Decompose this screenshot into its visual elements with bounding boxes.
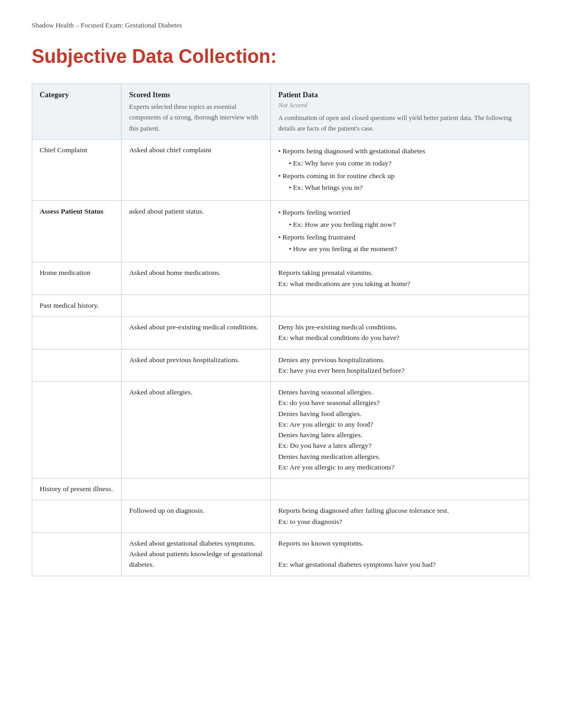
scored-cell: Asked about allergies. [121,382,270,478]
category-cell: History of present illness. [32,478,121,500]
table-row: Assess Patient Status asked about patien… [32,201,529,262]
category-cell: Assess Patient Status [32,201,121,262]
table-row: Asked about previous hospitalizations. D… [32,349,529,382]
patient-cell: Deny his pre-existing medical conditions… [270,317,529,349]
category-cell [32,349,121,382]
patient-cell: Reports taking prenatal vitamins.Ex: wha… [270,262,529,295]
scored-cell [121,478,270,500]
scored-cell: asked about patient status. [121,201,270,262]
category-cell: Home medication [32,262,121,295]
patient-cell: Denies having seasonal allergies. Ex: do… [270,382,529,478]
page-title: Subjective Data Collection: [32,45,529,68]
patient-cell: Reports feeling worried Ex: How are you … [270,201,529,262]
patient-cell [270,478,529,500]
table-header-row: Category Scored Items Experts selected t… [32,84,529,140]
main-table: Category Scored Items Experts selected t… [32,84,529,576]
scored-cell: Followed up on diagnosis. [121,500,270,533]
patient-cell: Denies any previous hospitalizations.Ex:… [270,349,529,382]
table-row: Asked about gestational diabetes symptom… [32,532,529,576]
table-row: Asked about pre-existing medical conditi… [32,317,529,349]
patient-cell: Reports being diagnosed after failing gl… [270,500,529,533]
category-cell: Chief Complaint [32,140,121,201]
category-cell [32,532,121,576]
table-row: Chief Complaint Asked about chief compla… [32,140,529,201]
scored-cell: Asked about gestational diabetes symptom… [121,532,270,576]
table-row: Home medication Asked about home medicat… [32,262,529,295]
category-cell: Past medical history. [32,294,121,316]
table-row: Asked about allergies. Denies having sea… [32,382,529,478]
category-cell [32,317,121,349]
header-category: Category [32,84,121,140]
scored-cell: Asked about home medications. [121,262,270,295]
header-patient: Patient Data Not Scored A combination of… [270,84,529,140]
table-row: History of present illness. [32,478,529,500]
table-row: Past medical history. [32,294,529,316]
patient-cell: Reports no known symptoms. Ex: what gest… [270,532,529,576]
category-cell [32,500,121,533]
scored-cell [121,294,270,316]
top-label: Shadow Health – Focused Exam: Gestationa… [32,21,529,30]
patient-cell: Reports being diagnosed with gestational… [270,140,529,201]
patient-cell [270,294,529,316]
header-scored: Scored Items Experts selected these topi… [121,84,270,140]
category-cell [32,382,121,478]
scored-cell: Asked about pre-existing medical conditi… [121,317,270,349]
scored-cell: Asked about chief complaint [121,140,270,201]
table-row: Followed up on diagnosis. Reports being … [32,500,529,533]
scored-cell: Asked about previous hospitalizations. [121,349,270,382]
